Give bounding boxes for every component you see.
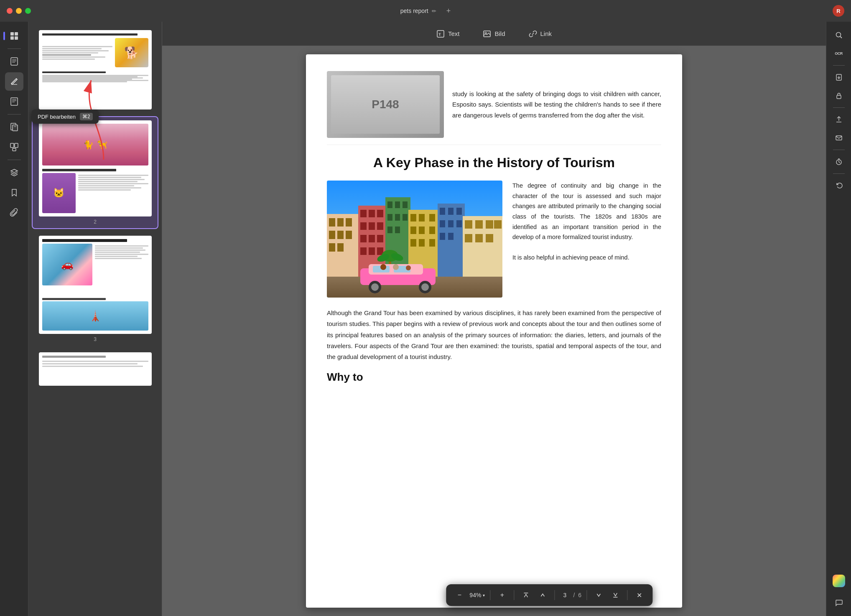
thumbnail-page-4[interactable] xyxy=(32,349,158,389)
svg-rect-45 xyxy=(360,247,367,255)
bild-tool-label: Bild xyxy=(494,30,505,37)
divider-1 xyxy=(8,48,21,49)
doc-top-paragraph: study is looking at the safety of bringi… xyxy=(452,89,661,121)
right-divider-4 xyxy=(833,173,845,174)
svg-rect-73 xyxy=(456,220,462,227)
thumbnail-panel: PDF bearbeiten ⌘2 xyxy=(28,22,162,616)
right-upload-button[interactable] xyxy=(831,111,847,128)
thumb-img-3: 🚗 🗼 xyxy=(39,236,152,334)
right-import-button[interactable] xyxy=(831,69,847,86)
nav-to-top-button[interactable] xyxy=(519,588,533,602)
svg-rect-28 xyxy=(337,218,344,227)
thumbnail-page-2[interactable]: 🐈🦮 🐱 xyxy=(32,116,158,229)
nav-top-icon xyxy=(522,592,529,598)
bottom-toolbar: − 94% ▾ + / 6 ✕ xyxy=(446,584,652,606)
nav-next-button[interactable] xyxy=(592,588,605,602)
right-colorful-app-button[interactable] xyxy=(831,573,847,589)
svg-rect-62 xyxy=(419,227,425,234)
sidebar-item-attachments[interactable] xyxy=(5,204,23,222)
svg-rect-59 xyxy=(419,214,425,221)
pdf-edit-tooltip: PDF bearbeiten ⌘2 xyxy=(32,109,99,124)
bild-tool-button[interactable]: Bild xyxy=(478,27,510,41)
nav-to-bottom-button[interactable] xyxy=(609,588,622,602)
svg-rect-34 xyxy=(337,243,344,252)
svg-rect-14 xyxy=(13,125,18,131)
svg-rect-103 xyxy=(837,95,841,99)
svg-rect-2 xyxy=(10,36,14,40)
right-search-button[interactable] xyxy=(831,27,847,43)
page-number-input[interactable] xyxy=(560,592,570,598)
svg-point-96 xyxy=(380,264,386,270)
svg-rect-65 xyxy=(419,239,425,247)
svg-rect-40 xyxy=(369,222,375,230)
svg-rect-77 xyxy=(465,220,472,229)
svg-rect-0 xyxy=(10,32,14,36)
link-tool-button[interactable]: Link xyxy=(524,27,557,41)
svg-rect-71 xyxy=(440,220,445,227)
fullscreen-button[interactable] xyxy=(25,8,31,14)
svg-rect-61 xyxy=(410,227,416,234)
zoom-minus-button[interactable]: − xyxy=(453,588,466,602)
text-tool-button[interactable]: T Text xyxy=(431,27,465,41)
right-mail-button[interactable] xyxy=(831,130,847,146)
doc-text-right: study is looking at the safety of bringi… xyxy=(452,71,661,138)
svg-rect-44 xyxy=(377,235,383,242)
sidebar-item-bookmarks[interactable] xyxy=(5,92,23,111)
traffic-lights xyxy=(7,8,31,14)
svg-rect-80 xyxy=(494,220,502,229)
link-tool-label: Link xyxy=(540,30,552,37)
divider-2 xyxy=(8,114,21,115)
thumbnail-page-3[interactable]: 🚗 🗼 xyxy=(32,232,158,346)
thumbnail-page-1[interactable]: 🐕 xyxy=(32,27,158,113)
svg-rect-1 xyxy=(15,32,18,36)
content-area: T Text Bild Link xyxy=(162,22,826,616)
svg-rect-32 xyxy=(346,231,352,239)
sidebar-item-layers[interactable] xyxy=(5,163,23,182)
nav-prev-button[interactable] xyxy=(536,588,549,602)
edit-icon[interactable]: ✏ xyxy=(432,8,436,14)
svg-rect-83 xyxy=(486,234,493,242)
svg-rect-78 xyxy=(475,220,483,229)
right-timer-button[interactable] xyxy=(831,153,847,170)
svg-text:T: T xyxy=(438,32,441,36)
svg-rect-63 xyxy=(429,227,435,234)
new-tab-button[interactable]: + xyxy=(446,7,451,15)
thumb-img-4 xyxy=(39,352,152,386)
zoom-minus-icon: − xyxy=(458,591,461,599)
svg-rect-82 xyxy=(475,234,483,242)
doc-top-section: P148 study is looking at the safety of b… xyxy=(327,71,661,145)
svg-rect-52 xyxy=(387,214,392,221)
svg-rect-58 xyxy=(410,214,416,221)
zoom-chevron-icon: ▾ xyxy=(483,593,485,598)
sidebar-item-organize[interactable] xyxy=(5,138,23,156)
user-avatar[interactable]: R xyxy=(833,5,844,17)
zoom-plus-button[interactable]: + xyxy=(495,588,509,602)
right-ocr-button[interactable]: OCR xyxy=(831,45,847,62)
col-text-para2: It is also helpful in achieving peace of… xyxy=(512,252,661,263)
sidebar-item-bookmark[interactable] xyxy=(5,183,23,202)
divider-3 xyxy=(8,160,21,160)
right-undo-button[interactable] xyxy=(831,177,847,194)
zoom-level-display[interactable]: 94% ▾ xyxy=(469,592,485,598)
close-toolbar-button[interactable]: ✕ xyxy=(632,588,646,602)
col-text-para1: The degree of continuity and big change … xyxy=(512,181,661,242)
svg-rect-18 xyxy=(13,148,16,151)
sidebar-item-thumbnails[interactable] xyxy=(5,27,23,45)
sidebar-item-edit[interactable] xyxy=(5,72,23,91)
svg-rect-55 xyxy=(387,227,392,233)
two-col-layout: The degree of continuity and big change … xyxy=(327,181,661,298)
svg-rect-4 xyxy=(11,58,18,65)
close-button[interactable] xyxy=(7,8,13,14)
minimize-button[interactable] xyxy=(16,8,22,14)
window-title: pets report ✏ + xyxy=(400,7,451,15)
sidebar-item-pages[interactable] xyxy=(5,52,23,71)
svg-rect-70 xyxy=(456,208,462,215)
nav-down-icon xyxy=(595,592,602,598)
right-lock-button[interactable] xyxy=(831,87,847,104)
sidebar-item-extract[interactable] xyxy=(5,118,23,136)
svg-rect-64 xyxy=(410,239,416,247)
right-chat-button[interactable] xyxy=(831,594,847,611)
svg-rect-69 xyxy=(448,208,454,215)
svg-line-100 xyxy=(840,37,842,38)
svg-rect-50 xyxy=(395,201,400,208)
